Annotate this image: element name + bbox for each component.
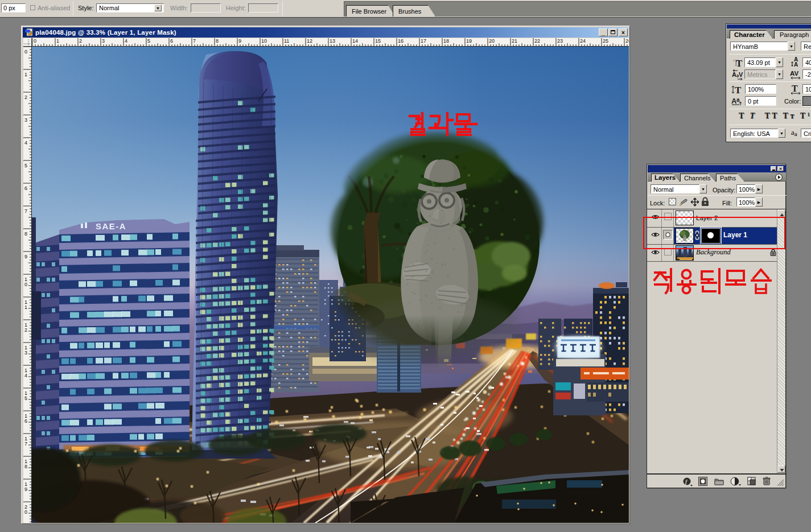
svg-text:A: A: [794, 61, 798, 68]
svg-text:4: 4: [24, 373, 27, 378]
svg-text:7: 7: [24, 208, 27, 214]
svg-text:13: 13: [330, 38, 335, 44]
svg-text:9: 9: [24, 486, 27, 492]
svg-text:7: 7: [193, 38, 196, 44]
svg-text:16: 16: [398, 38, 404, 44]
svg-text:0: 0: [24, 282, 27, 287]
svg-text:14: 14: [352, 38, 358, 44]
svg-text:6: 6: [24, 418, 27, 424]
svg-text:1: 1: [56, 38, 59, 44]
svg-text:8: 8: [216, 38, 219, 44]
svg-text:11: 11: [284, 38, 289, 44]
svg-text:2: 2: [24, 94, 27, 100]
svg-text:5: 5: [24, 163, 27, 168]
svg-text:3: 3: [24, 350, 27, 356]
svg-text:22: 22: [534, 38, 540, 44]
svg-text:1: 1: [24, 72, 27, 77]
svg-text:9: 9: [24, 254, 27, 259]
svg-text:4: 4: [24, 140, 27, 146]
svg-text:9: 9: [238, 38, 241, 44]
svg-text:AV: AV: [790, 70, 798, 77]
svg-text:T: T: [736, 58, 743, 68]
svg-text:8: 8: [24, 231, 27, 237]
svg-text:21: 21: [512, 38, 517, 44]
svg-text:T: T: [735, 85, 742, 96]
svg-text:2: 2: [24, 327, 27, 333]
svg-text:20: 20: [489, 38, 495, 44]
svg-text:12: 12: [307, 38, 312, 44]
svg-text:0: 0: [24, 49, 27, 55]
svg-text:8: 8: [24, 464, 27, 469]
svg-text:5: 5: [147, 38, 150, 44]
svg-text:15: 15: [375, 38, 381, 44]
svg-text:1: 1: [24, 304, 27, 310]
svg-text:19: 19: [466, 38, 472, 44]
svg-text:18: 18: [443, 38, 449, 44]
svg-text:4: 4: [125, 38, 127, 44]
svg-text:25: 25: [603, 38, 608, 44]
svg-text:6: 6: [170, 38, 173, 44]
svg-text:T: T: [792, 84, 798, 93]
svg-text:26: 26: [625, 38, 629, 44]
svg-text:7: 7: [24, 441, 27, 447]
svg-text:5: 5: [24, 395, 27, 401]
svg-text:2: 2: [79, 38, 82, 44]
svg-text:0: 0: [24, 509, 27, 515]
svg-text:6: 6: [24, 185, 27, 191]
svg-text:3: 3: [102, 38, 105, 44]
svg-text:23: 23: [557, 38, 563, 44]
svg-text:0: 0: [34, 38, 36, 44]
svg-text:10: 10: [261, 38, 267, 44]
svg-text:SAE-A: SAE-A: [96, 221, 126, 231]
svg-text:24: 24: [580, 38, 586, 44]
svg-text:3: 3: [24, 117, 27, 123]
svg-text:a: a: [736, 97, 740, 103]
svg-text:AₔV: AₔV: [732, 71, 743, 78]
svg-text:17: 17: [421, 38, 426, 44]
